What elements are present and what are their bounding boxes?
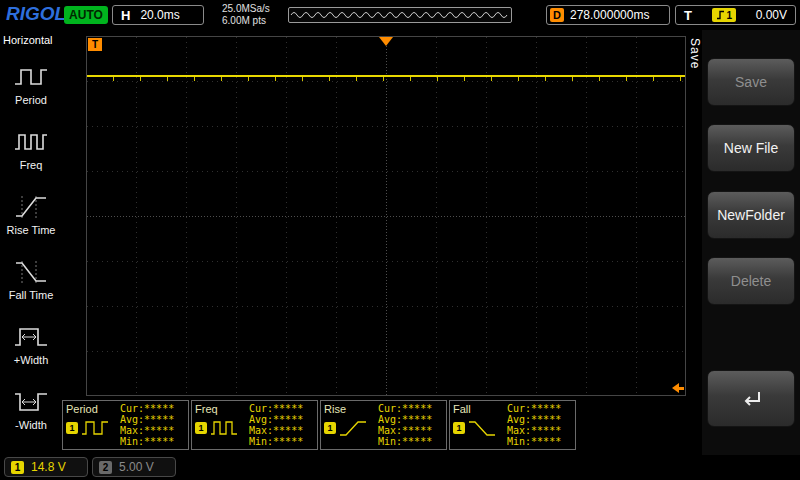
measurement-name: Fall — [453, 403, 507, 415]
measurement-avg: Avg:***** — [249, 414, 314, 425]
plus-width-icon — [13, 324, 49, 350]
preview-waveform-icon — [289, 8, 511, 22]
measurement-min: Min:***** — [507, 436, 572, 447]
delay-value: 278.000000ms — [570, 8, 649, 22]
channel1-trace[interactable] — [87, 75, 685, 81]
rise-wave-icon — [339, 418, 367, 438]
measurement-min: Min:***** — [249, 436, 314, 447]
waveform-position-preview[interactable] — [288, 7, 512, 23]
measurement-max: Max:***** — [378, 425, 443, 436]
channel-1-badge: 1 — [11, 461, 24, 474]
sidebar-item-label: Rise Time — [7, 224, 56, 236]
sidebar-item-freq[interactable]: Freq — [0, 117, 62, 182]
fall-wave-icon — [468, 418, 496, 438]
trigger-source-badge: 1 — [712, 8, 736, 22]
measurement-max: Max:***** — [120, 425, 185, 436]
sidebar-item-label: Fall Time — [9, 289, 54, 301]
rise-time-icon — [13, 194, 49, 220]
sidebar-item-period[interactable]: Period — [0, 52, 62, 117]
sidebar-title: Horizontal — [0, 30, 62, 52]
horizontal-label: H — [121, 8, 130, 23]
measurement-cur: Cur:***** — [120, 403, 185, 414]
measurement-min: Min:***** — [378, 436, 443, 447]
new-file-button[interactable]: New File — [707, 124, 795, 172]
measurement-name: Freq — [195, 403, 249, 415]
enter-button[interactable] — [707, 370, 795, 427]
trigger-position-marker[interactable] — [379, 37, 393, 46]
fall-time-icon — [13, 259, 49, 285]
measurement-panel: Period 1 Cur:***** Avg:***** Max:***** M… — [62, 400, 576, 450]
measurement-cur: Cur:***** — [378, 403, 443, 414]
measurement-avg: Avg:***** — [378, 414, 443, 425]
measurement-min: Min:***** — [120, 436, 185, 447]
sidebar-item-rise-time[interactable]: Rise Time — [0, 182, 62, 247]
run-status-badge: AUTO — [64, 6, 108, 24]
minus-width-icon — [13, 389, 49, 415]
menu-tab-save: Save — [687, 38, 702, 98]
oscilloscope-screen: RIGOL AUTO H 20.0ms 25.0MSa/s 6.00M pts … — [0, 0, 800, 480]
delay-readout-box[interactable]: D 278.000000ms — [546, 5, 670, 25]
channel-badge: 1 — [66, 422, 78, 434]
measure-sidebar: Horizontal Period Freq Rise Time — [0, 30, 62, 455]
channel-1-scale: 14.8 V — [31, 460, 66, 474]
channel-status-bar: 1 14.8 V 2 5.00 V — [0, 455, 800, 480]
graticule-grid — [87, 37, 685, 395]
channel-1-status[interactable]: 1 14.8 V — [4, 457, 88, 477]
delay-position-marker[interactable] — [672, 383, 684, 393]
sidebar-item-label: Period — [15, 94, 47, 106]
sidebar-item-label: -Width — [15, 419, 47, 431]
sidebar-item-label: +Width — [14, 354, 49, 366]
sidebar-item-label: Freq — [20, 159, 43, 171]
delay-label-badge: D — [550, 8, 564, 22]
channel-badge: 1 — [324, 422, 336, 434]
delay-arrow-icon — [672, 383, 679, 393]
measurement-cur: Cur:***** — [507, 403, 572, 414]
trigger-level-marker[interactable]: T — [88, 38, 102, 51]
trigger-readout-box[interactable]: T 1 0.00V — [675, 5, 796, 25]
measurement-rise[interactable]: Rise 1 Cur:***** Avg:***** Max:***** Min… — [320, 400, 447, 450]
measurement-cur: Cur:***** — [249, 403, 314, 414]
softkey-menu: Save New File NewFolder Delete — [702, 30, 800, 455]
channel-2-status[interactable]: 2 5.00 V — [92, 457, 176, 477]
measurement-max: Max:***** — [249, 425, 314, 436]
channel-badge: 1 — [195, 422, 207, 434]
measurement-max: Max:***** — [507, 425, 572, 436]
freq-wave-icon — [210, 418, 238, 438]
measurement-name: Period — [66, 403, 120, 415]
sidebar-item-plus-width[interactable]: +Width — [0, 312, 62, 377]
measurement-fall[interactable]: Fall 1 Cur:***** Avg:***** Max:***** Min… — [449, 400, 576, 450]
measurement-period[interactable]: Period 1 Cur:***** Avg:***** Max:***** M… — [62, 400, 189, 450]
channel-2-badge: 2 — [99, 461, 112, 474]
timebase-value: 20.0ms — [140, 8, 179, 22]
period-wave-icon — [81, 418, 109, 438]
save-button[interactable]: Save — [707, 58, 795, 106]
enter-arrow-icon — [738, 388, 764, 410]
trigger-source-number: 1 — [727, 10, 733, 21]
period-icon — [13, 64, 49, 90]
new-folder-button[interactable]: NewFolder — [707, 191, 795, 239]
waveform-display[interactable]: T — [86, 36, 686, 396]
trigger-level-value: 0.00V — [756, 8, 787, 22]
delay-bar-icon — [679, 387, 684, 390]
top-status-bar: RIGOL AUTO H 20.0ms 25.0MSa/s 6.00M pts … — [0, 0, 800, 30]
measurement-freq[interactable]: Freq 1 Cur:***** Avg:***** Max:***** Min… — [191, 400, 318, 450]
channel-2-scale: 5.00 V — [119, 460, 154, 474]
trigger-label: T — [684, 8, 692, 23]
sidebar-item-minus-width[interactable]: -Width — [0, 377, 62, 442]
trigger-slope-icon — [716, 10, 725, 20]
horizontal-timebase-box[interactable]: H 20.0ms — [112, 5, 204, 25]
measurement-name: Rise — [324, 403, 378, 415]
sidebar-item-fall-time[interactable]: Fall Time — [0, 247, 62, 312]
rigol-logo: RIGOL — [6, 3, 66, 25]
sample-rate-value: 25.0MSa/s — [222, 3, 270, 15]
memory-depth-value: 6.00M pts — [222, 15, 270, 27]
measurement-avg: Avg:***** — [120, 414, 185, 425]
measurement-avg: Avg:***** — [507, 414, 572, 425]
freq-icon — [13, 129, 49, 155]
acquisition-info: 25.0MSa/s 6.00M pts — [222, 3, 270, 27]
channel-badge: 1 — [453, 422, 465, 434]
delete-button[interactable]: Delete — [707, 257, 795, 305]
